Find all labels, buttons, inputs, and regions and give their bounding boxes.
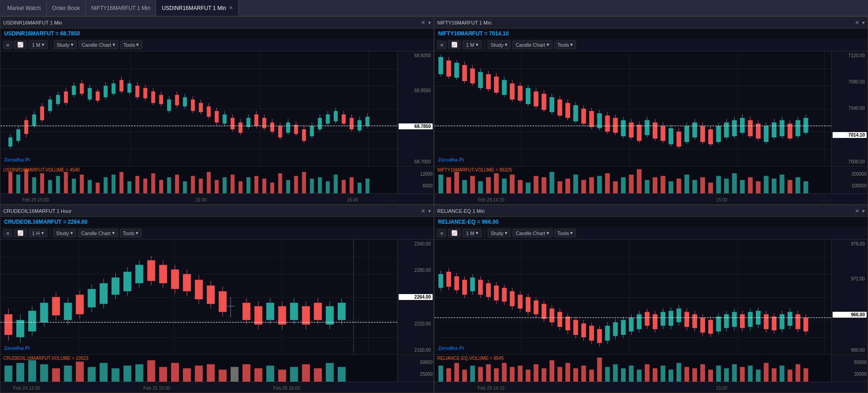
chart-area-crudeoil[interactable]: 2340.00 2280.00 2264.00 2220.00 2160.00 …	[0, 240, 434, 354]
panel-expand-nifty[interactable]: ▾	[862, 20, 865, 26]
chart-toolbar-crudeoil: ≡ 📈 1 H ▾ Study ▾ Candle Chart ▾ Tools ▾	[0, 227, 434, 240]
toolbar-lines-usdinr[interactable]: ≡	[3, 41, 12, 49]
svg-rect-349	[100, 363, 108, 382]
toolbar-chart-icon-reliance[interactable]: 📈	[448, 229, 461, 237]
volume-panel-nifty: NIFTY16MARFUT.VOLUME = 86325	[434, 166, 868, 193]
svg-rect-252	[581, 180, 586, 194]
tab-usdinr[interactable]: USDINR16MARFUT 1 Min ✕	[156, 0, 239, 16]
svg-rect-502	[732, 364, 737, 382]
toolbar-chart-icon-usdinr[interactable]: 📈	[14, 40, 27, 49]
svg-rect-500	[716, 366, 721, 382]
panel-close-usdinr[interactable]: ✕	[421, 20, 425, 26]
svg-rect-480	[557, 367, 562, 382]
toolbar-timeframe-usdinr[interactable]: 1 M ▾	[29, 40, 47, 49]
svg-rect-266	[692, 180, 697, 194]
svg-rect-499	[708, 369, 713, 382]
panel-title-crudeoil: CRUDEOIL16MARFUT 1 Hour	[3, 208, 418, 214]
svg-rect-93	[8, 172, 12, 193]
toolbar-study-reliance[interactable]: Study ▾	[488, 229, 511, 237]
toolbar-study-nifty[interactable]: Study ▾	[488, 40, 511, 49]
tab-nifty[interactable]: NIFTY16MARFUT 1 Min	[86, 0, 156, 16]
svg-rect-476	[526, 369, 530, 382]
toolbar-lines-crudeoil[interactable]: ≡	[3, 229, 12, 237]
chart-area-reliance[interactable]: 978.00 972.00 966.00 960.00 Zerodha Pi	[434, 240, 868, 354]
svg-rect-272	[740, 180, 745, 194]
svg-rect-136	[350, 177, 354, 193]
panel-close-crudeoil[interactable]: ✕	[421, 208, 425, 214]
svg-rect-489	[629, 366, 633, 382]
svg-rect-119	[215, 180, 219, 194]
panel-expand-reliance[interactable]: ▾	[862, 208, 865, 214]
tab-close-icon[interactable]: ✕	[229, 5, 233, 11]
svg-rect-264	[676, 179, 681, 193]
svg-rect-496	[685, 367, 689, 382]
toolbar-timeframe-crudeoil[interactable]: 1 H ▾	[29, 229, 47, 237]
svg-rect-485	[597, 358, 602, 382]
svg-rect-360	[231, 367, 238, 382]
chart-grid: USDINR16MARFUT 1 Min ✕ ▾ USDINR16MARFUT …	[0, 16, 868, 393]
svg-rect-251	[573, 175, 578, 193]
svg-rect-234	[439, 175, 443, 193]
toolbar-candle-usdinr[interactable]: Candle Chart ▾	[79, 40, 118, 49]
svg-rect-255	[605, 173, 610, 193]
toolbar-timeframe-nifty[interactable]: 1 M ▾	[463, 40, 481, 49]
chart-area-nifty[interactable]: 7120.00 7080.00 7040.00 7014.10 7000.00 …	[434, 51, 868, 166]
svg-rect-475	[518, 366, 523, 382]
watermark-reliance: Zerodha Pi	[438, 345, 464, 351]
toolbar-candle-reliance[interactable]: Candle Chart ▾	[513, 229, 552, 237]
chart-area-usdinr[interactable]: 68.9250 68.8500 68.7850 68.7000 Zerodha …	[0, 51, 434, 166]
tab-order-book[interactable]: Order Book	[47, 0, 86, 16]
watermark-crudeoil: Zerodha Pi	[4, 345, 30, 351]
toolbar-chart-icon-nifty[interactable]: 📈	[448, 40, 461, 49]
toolbar-study-usdinr[interactable]: Study ▾	[54, 40, 77, 49]
volume-label-crudeoil: CRUDEOIL16MARFUT.VOLUME = 10523	[3, 356, 89, 361]
svg-rect-116	[191, 176, 195, 193]
toolbar-candle-nifty[interactable]: Candle Chart ▾	[513, 40, 552, 49]
toolbar-chart-icon-crudeoil[interactable]: 📈	[14, 229, 27, 237]
svg-rect-357	[195, 366, 202, 382]
svg-rect-341	[5, 366, 12, 382]
toolbar-tools-crudeoil[interactable]: Tools ▾	[120, 229, 142, 237]
price-axis-nifty: 7120.00 7080.00 7040.00 7014.10 7000.00	[831, 51, 868, 166]
panel-expand-usdinr[interactable]: ▾	[428, 20, 431, 26]
svg-rect-507	[772, 368, 776, 382]
toolbar-study-crudeoil[interactable]: Study ▾	[53, 229, 76, 237]
volume-panel-usdinr: USDINR16MARFUT.VOLUME = 4540	[0, 166, 434, 193]
toolbar-tools-nifty[interactable]: Tools ▾	[554, 40, 577, 49]
svg-rect-361	[242, 364, 250, 382]
panel-reliance: RELIANCE-EQ 1 Min ✕ ▾ RELIANCE-EQ = 966.…	[434, 205, 868, 393]
svg-rect-254	[597, 176, 602, 193]
toolbar-lines-nifty[interactable]: ≡	[437, 41, 446, 49]
svg-rect-488	[621, 368, 626, 382]
svg-rect-245	[526, 182, 530, 193]
toolbar-lines-reliance[interactable]: ≡	[437, 229, 446, 237]
svg-rect-124	[254, 176, 258, 193]
svg-rect-246	[534, 176, 538, 193]
svg-rect-133	[326, 181, 330, 193]
toolbar-tools-usdinr[interactable]: Tools ▾	[120, 40, 143, 49]
svg-rect-125	[262, 179, 266, 193]
svg-rect-242	[502, 179, 507, 193]
svg-rect-108	[128, 181, 132, 193]
time-axis-nifty: Feb 29 14:15 15:00 ⋯⋯	[434, 193, 868, 204]
candles-usdinr	[0, 51, 397, 166]
candles-nifty	[434, 51, 831, 166]
svg-rect-101	[72, 179, 76, 193]
price-level-2: 68.8500	[399, 88, 433, 93]
tab-bar: Market Watch Order Book NIFTY16MARFUT 1 …	[0, 0, 868, 16]
toolbar-candle-crudeoil[interactable]: Candle Chart ▾	[78, 229, 118, 237]
toolbar-tools-reliance[interactable]: Tools ▾	[554, 229, 577, 237]
tab-market-watch[interactable]: Market Watch	[2, 0, 47, 16]
panel-expand-crudeoil[interactable]: ▾	[428, 208, 431, 214]
toolbar-timeframe-reliance[interactable]: 1 M ▾	[463, 229, 481, 237]
svg-rect-261	[653, 177, 657, 193]
price-axis-usdinr: 68.9250 68.8500 68.7850 68.7000	[397, 51, 434, 166]
svg-rect-472	[494, 368, 498, 382]
panel-close-reliance[interactable]: ✕	[855, 208, 859, 214]
svg-rect-100	[64, 172, 68, 193]
svg-rect-123	[247, 177, 251, 193]
svg-rect-99	[56, 176, 60, 193]
instrument-header-reliance: RELIANCE-EQ = 966.00	[434, 217, 868, 227]
svg-rect-267	[700, 177, 705, 193]
panel-close-nifty[interactable]: ✕	[855, 20, 859, 26]
